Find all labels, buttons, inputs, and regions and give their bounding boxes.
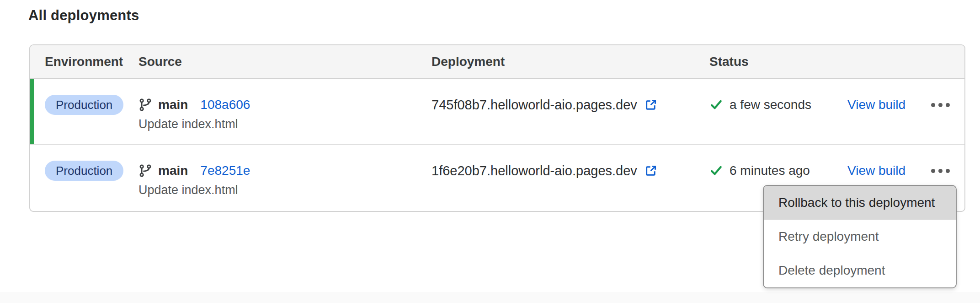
menu-item-rollback[interactable]: Rollback to this deployment: [764, 186, 956, 220]
commit-link[interactable]: 7e8251e: [200, 163, 250, 178]
checkmark-icon: [709, 98, 723, 112]
row-menu-button[interactable]: [931, 95, 950, 115]
commit-message: Update index.html: [138, 183, 431, 197]
commit-message: Update index.html: [138, 117, 431, 131]
row-menu-button[interactable]: [931, 161, 950, 181]
commit-link[interactable]: 108a606: [200, 97, 250, 112]
branch-name: main: [158, 163, 188, 178]
header-source: Source: [138, 54, 431, 69]
header-environment: Environment: [30, 54, 138, 69]
menu-item-delete[interactable]: Delete deployment: [764, 254, 956, 287]
environment-badge: Production: [45, 95, 123, 115]
ellipsis-icon: [931, 103, 935, 107]
deployment-context-menu: Rollback to this deployment Retry deploy…: [763, 185, 957, 288]
header-status: Status: [709, 54, 847, 69]
git-branch-icon: [138, 98, 152, 112]
environment-badge: Production: [45, 161, 123, 181]
footer-divider: [0, 292, 980, 303]
header-deployment: Deployment: [431, 54, 709, 69]
active-deployment-indicator: [30, 79, 34, 144]
view-build-link[interactable]: View build: [847, 97, 905, 112]
ellipsis-icon: [931, 169, 935, 173]
deployment-url: 745f08b7.helloworld-aio.pages.dev: [431, 95, 637, 115]
page-title: All deployments: [28, 7, 139, 24]
external-link-icon[interactable]: [644, 163, 658, 178]
menu-item-retry[interactable]: Retry deployment: [764, 220, 956, 254]
checkmark-icon: [709, 164, 723, 178]
view-build-link[interactable]: View build: [847, 163, 905, 178]
external-link-icon[interactable]: [644, 97, 658, 112]
branch-name: main: [158, 97, 188, 112]
status-time: a few seconds: [730, 95, 811, 115]
deployment-row: Production main 108a606 Update index.htm…: [30, 79, 964, 145]
deployment-url: 1f6e20b7.helloworld-aio.pages.dev: [431, 161, 637, 181]
table-header-row: Environment Source Deployment Status: [30, 45, 964, 79]
status-time: 6 minutes ago: [730, 161, 810, 181]
git-branch-icon: [138, 164, 152, 178]
